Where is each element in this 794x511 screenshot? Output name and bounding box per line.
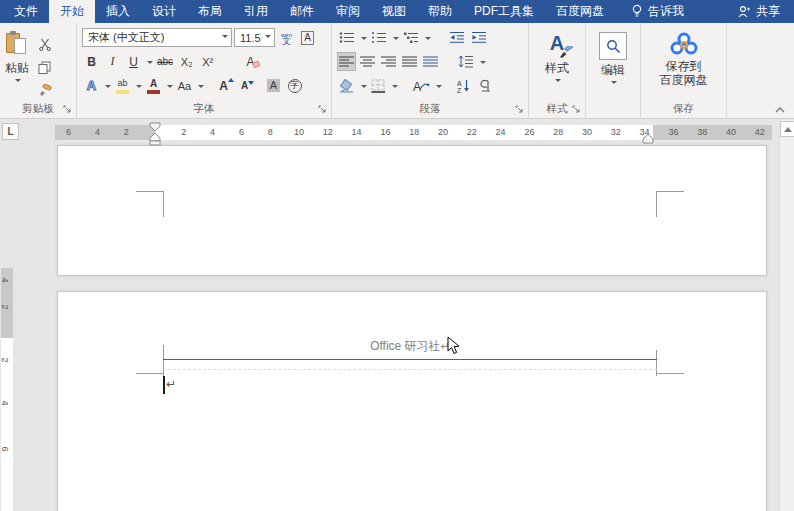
tab-插入[interactable]: 插入 [95, 0, 141, 23]
font-color-chevron[interactable] [167, 85, 173, 91]
distribute-icon [423, 56, 438, 68]
justify-button[interactable] [400, 52, 419, 71]
ruler-number: 4 [0, 400, 10, 405]
ribbon-tab-bar: 文件开始插入设计布局引用邮件审阅视图帮助PDF工具集百度网盘 告诉我 共享 [0, 0, 794, 23]
highlight-button[interactable]: ab [113, 76, 132, 95]
ruler-number: 2 [124, 127, 129, 137]
tell-me-button[interactable]: 告诉我 [621, 0, 694, 23]
sort-button[interactable]: AZ [454, 76, 473, 95]
decrease-indent-button[interactable] [447, 28, 467, 47]
bullets-chevron[interactable] [361, 37, 367, 43]
tab-布局[interactable]: 布局 [187, 0, 233, 23]
save-to-baidu-button[interactable]: 保存到 百度网盘 [641, 27, 726, 105]
header-text[interactable]: Office 研习社↵ [163, 338, 657, 355]
tab-视图[interactable]: 视图 [371, 0, 417, 23]
text-effects-button[interactable]: A [82, 76, 101, 95]
line-spacing-button[interactable] [456, 52, 476, 71]
text-boundary-mark [136, 191, 164, 192]
shrink-font-button[interactable]: A [235, 76, 254, 95]
font-dialog-launcher[interactable] [317, 104, 328, 115]
editing-chevron [611, 81, 617, 87]
distribute-button[interactable] [421, 52, 440, 71]
grow-font-button[interactable]: A [214, 76, 233, 95]
hruler-bar[interactable]: 6422468101214161820222426283032343638404… [55, 125, 772, 140]
shading-button[interactable] [337, 76, 357, 95]
asian-layout-chevron[interactable] [436, 85, 442, 91]
copy-button[interactable] [35, 58, 54, 77]
collapse-ribbon-button[interactable] [774, 105, 786, 114]
text-boundary-mark [656, 191, 657, 217]
character-border-button[interactable]: A [298, 28, 317, 47]
styles-button[interactable]: A 样式 [529, 27, 585, 105]
font-name-combo[interactable]: 宋体 (中文正文) [82, 28, 232, 47]
styles-dialog-launcher[interactable] [571, 104, 582, 115]
line-spacing-chevron[interactable] [480, 61, 486, 67]
asian-layout-button[interactable]: A [410, 76, 432, 95]
borders-chevron[interactable] [392, 85, 398, 91]
font-color-button[interactable]: A [144, 76, 163, 95]
tab-帮助[interactable]: 帮助 [417, 0, 463, 23]
cut-button[interactable] [35, 35, 54, 54]
underline-options-chevron[interactable] [147, 61, 153, 67]
change-case-chevron[interactable] [198, 85, 204, 91]
magnifier-icon [606, 39, 621, 54]
tab-引用[interactable]: 引用 [233, 0, 279, 23]
tab-开始[interactable]: 开始 [49, 0, 95, 23]
multilevel-list-chevron[interactable] [425, 37, 431, 43]
phonetic-guide-button[interactable]: wén 文 [277, 28, 296, 47]
numbering-button[interactable] [369, 28, 389, 47]
character-shading-button[interactable]: A [264, 76, 283, 95]
bullets-button[interactable] [337, 28, 357, 47]
borders-button[interactable] [369, 76, 388, 95]
editing-button[interactable]: 编辑 [586, 27, 640, 105]
align-left-button[interactable] [337, 52, 356, 71]
multilevel-list-button[interactable] [401, 28, 421, 47]
superscript-button[interactable]: X² [198, 52, 217, 71]
vruler: 42246 [0, 145, 14, 511]
paragraph-dialog-launcher[interactable] [514, 104, 525, 115]
tab-邮件[interactable]: 邮件 [279, 0, 325, 23]
show-hide-marks-button[interactable] [475, 76, 494, 95]
underline-button[interactable]: U [124, 52, 143, 71]
increase-indent-button[interactable] [469, 28, 489, 47]
align-center-button[interactable] [358, 52, 377, 71]
font-size-combo[interactable]: 11.5 [234, 28, 275, 47]
paste-button[interactable]: 粘贴 [5, 27, 29, 105]
subscript-button[interactable]: X₂ [177, 52, 196, 71]
editing-label: 编辑 [601, 63, 625, 77]
ruler-number: 24 [496, 127, 506, 137]
tab-文件[interactable]: 文件 [3, 0, 49, 23]
change-case-button[interactable]: Aa [175, 76, 194, 95]
shading-chevron[interactable] [361, 85, 367, 91]
tab-PDF工具集[interactable]: PDF工具集 [463, 0, 545, 23]
strikethrough-button[interactable]: abc [155, 52, 175, 71]
shrink-font-icon: A [241, 80, 248, 91]
bold-button[interactable]: B [82, 52, 101, 71]
tab-审阅[interactable]: 审阅 [325, 0, 371, 23]
page-2[interactable]: Office 研习社↵ ↵ [57, 291, 767, 511]
group-styles: A 样式 样式 [529, 23, 586, 118]
share-button[interactable]: 共享 [724, 0, 794, 23]
chevron-down-icon [15, 79, 21, 85]
tab-设计[interactable]: 设计 [141, 0, 187, 23]
tab-stop-selector[interactable]: L [2, 123, 19, 140]
ruler-number: 18 [409, 127, 419, 137]
tab-百度网盘[interactable]: 百度网盘 [545, 0, 615, 23]
vertical-scrollbar[interactable] [779, 120, 794, 511]
indent-markers[interactable] [149, 122, 162, 146]
text-effects-chevron[interactable] [105, 85, 111, 91]
right-indent-marker[interactable] [642, 134, 655, 144]
enclose-characters-button[interactable]: 字 [285, 76, 304, 95]
format-painter-button[interactable] [35, 81, 54, 100]
page-1[interactable] [57, 145, 767, 276]
ruler-number: 2 [0, 357, 10, 362]
clear-formatting-button[interactable]: A [241, 52, 260, 71]
scroll-up-button[interactable] [780, 121, 794, 137]
align-right-button[interactable] [379, 52, 398, 71]
italic-button[interactable]: I [103, 52, 122, 71]
numbering-chevron[interactable] [393, 37, 399, 43]
text-boundary-mark [656, 191, 684, 192]
document-area[interactable]: Office 研习社↵ ↵ [14, 145, 779, 511]
clipboard-dialog-launcher[interactable] [62, 104, 73, 115]
highlight-chevron[interactable] [136, 85, 142, 91]
